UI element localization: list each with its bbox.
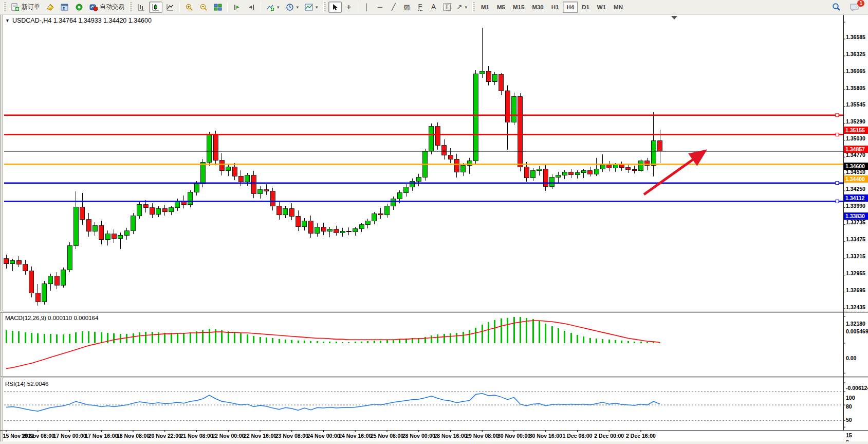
candle <box>124 230 129 235</box>
timeframe-button-D1[interactable]: D1 <box>578 2 593 13</box>
tile-windows-button[interactable] <box>211 2 225 13</box>
macd-histogram-bar <box>615 340 616 343</box>
chart-canvas[interactable] <box>0 15 868 444</box>
autotrading-button[interactable]: 自动交易 <box>87 2 127 13</box>
toolbar-drag-handle[interactable] <box>323 2 326 12</box>
new-order-button[interactable]: 新订单 <box>9 2 43 13</box>
macd-histogram-bar <box>583 336 584 343</box>
toolbar-drag-handle[interactable] <box>130 2 132 12</box>
candle <box>188 192 193 205</box>
equidistant-channel-button[interactable]: ▨ <box>401 2 413 13</box>
chart-shift-button[interactable] <box>245 2 258 13</box>
auto-scroll-button[interactable] <box>230 2 244 13</box>
price-axis-label: 1.36325 <box>846 51 867 57</box>
macd-histogram-bar <box>75 332 77 343</box>
macd-histogram-bar <box>545 324 546 343</box>
macd-histogram-bar <box>380 341 381 343</box>
candlestick-chart-icon <box>152 3 160 11</box>
indicators-icon <box>266 3 274 11</box>
channel-icon: ▨ <box>403 4 410 10</box>
chevron-down-icon: ▾ <box>465 5 468 10</box>
macd-histogram-bar <box>56 334 58 343</box>
timeframe-button-MN[interactable]: MN <box>610 2 626 13</box>
templates-button[interactable]: ▾ <box>302 2 321 13</box>
bar-chart-button[interactable] <box>135 2 148 13</box>
macd-histogram-bar <box>386 340 388 343</box>
zoom-in-button[interactable] <box>182 2 196 13</box>
crosshair-button[interactable]: + <box>343 2 355 13</box>
chart-title-menu-icon[interactable]: ▼ <box>5 18 10 23</box>
autotrading-label: 自动交易 <box>100 3 124 11</box>
chart-title-text: USDCAD-,H4 1.34764 1.34933 1.34420 1.346… <box>12 17 152 24</box>
search-button[interactable] <box>829 2 843 13</box>
auto-scroll-icon <box>233 3 241 11</box>
trendline-button[interactable]: ╱ <box>387 2 400 13</box>
macd-histogram-bar <box>475 328 476 343</box>
candle <box>626 168 631 170</box>
data-window-button[interactable] <box>58 2 71 13</box>
candle <box>480 71 485 74</box>
text-label-button[interactable]: T <box>441 2 453 13</box>
candle <box>321 227 326 232</box>
new-order-label: 新订单 <box>22 3 40 11</box>
toolbar-drag-handle[interactable] <box>4 2 6 12</box>
macd-histogram-bar <box>164 333 165 343</box>
timeframe-button-M30[interactable]: M30 <box>528 2 547 13</box>
candle <box>639 161 643 171</box>
hline-anchor[interactable] <box>836 200 839 203</box>
price-badge-1.3383: 1.33830 <box>844 212 868 220</box>
market-watch-button[interactable] <box>44 2 57 13</box>
text-icon: A <box>431 4 436 10</box>
macd-histogram-bar <box>469 330 470 343</box>
macd-histogram-bar <box>209 329 210 343</box>
vertical-line-button[interactable]: │ <box>361 2 373 13</box>
timeframe-button-M5[interactable]: M5 <box>493 2 509 13</box>
candle <box>169 208 174 212</box>
fibonacci-button[interactable]: F <box>414 2 427 13</box>
horizontal-line-button[interactable]: ─ <box>374 2 386 13</box>
line-chart-button[interactable] <box>163 2 177 13</box>
macd-histogram-bar <box>336 342 337 343</box>
candle <box>251 175 256 193</box>
hline-anchor[interactable] <box>836 114 839 117</box>
chart-shift-marker-icon[interactable] <box>671 16 677 20</box>
macd-histogram-bar <box>298 341 299 343</box>
timeframe-button-H1[interactable]: H1 <box>548 2 563 13</box>
text-button[interactable]: A <box>428 2 440 13</box>
macd-histogram-bar <box>285 340 286 343</box>
time-axis-label: 24 Nov 00:00 <box>306 433 341 439</box>
hline-anchor[interactable] <box>836 133 839 136</box>
cursor-button[interactable] <box>328 2 342 13</box>
arrows-button[interactable]: ↗ ▾ <box>454 2 470 13</box>
timeframe-button-M1[interactable]: M1 <box>477 2 493 13</box>
candle <box>404 187 409 193</box>
navigator-button[interactable] <box>72 2 86 13</box>
zoom-in-icon <box>185 3 193 11</box>
indicators-button[interactable]: ▾ <box>264 2 282 13</box>
time-axis-label: 20 Nov 22:00 <box>147 433 182 439</box>
candle <box>112 234 116 239</box>
zoom-out-button[interactable] <box>197 2 210 13</box>
main-toolbar: 新订单 <box>0 0 868 14</box>
notifications-button[interactable]: 1 <box>847 2 862 13</box>
toolbar-drag-handle[interactable] <box>472 2 475 12</box>
timeframe-button-H4[interactable]: H4 <box>563 2 578 13</box>
macd-histogram-bar <box>50 334 51 343</box>
macd-signal-line <box>6 321 660 368</box>
timeframe-button-M15[interactable]: M15 <box>509 2 528 13</box>
macd-histogram-bar <box>63 334 64 343</box>
hline-anchor[interactable] <box>836 182 839 185</box>
periods-button[interactable]: ▾ <box>283 2 302 13</box>
chevron-down-icon: ▾ <box>297 5 299 10</box>
candle <box>245 175 250 182</box>
macd-axis-label: 0.005469 <box>846 328 867 334</box>
candle <box>378 214 383 215</box>
candles-layer <box>4 28 662 306</box>
timeframe-button-W1[interactable]: W1 <box>594 2 610 13</box>
price-axis-label: 1.35290 <box>846 118 867 125</box>
chart-shift-icon <box>247 3 255 11</box>
bar-chart-icon <box>137 3 145 11</box>
candlestick-chart-button[interactable] <box>149 2 162 13</box>
macd-histogram-bar <box>539 321 540 343</box>
candle <box>277 206 282 215</box>
